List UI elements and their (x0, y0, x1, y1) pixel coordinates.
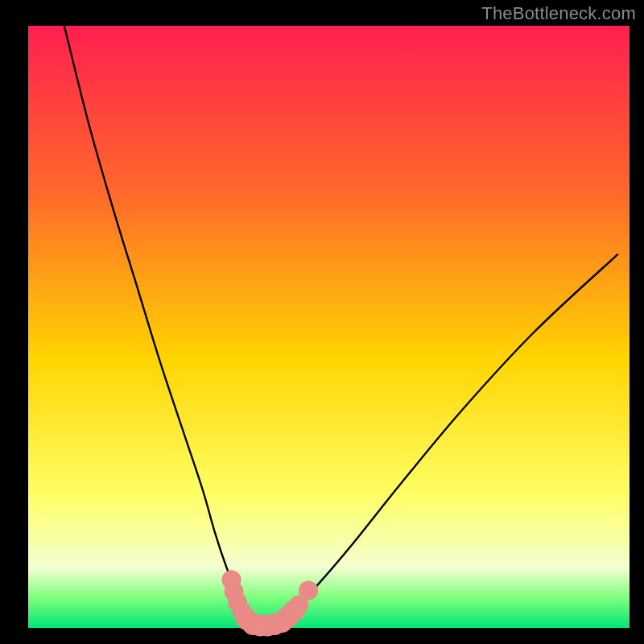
chart-frame: TheBottleneck.com (0, 0, 644, 644)
marker-dot (299, 581, 318, 601)
watermark-text: TheBottleneck.com (481, 3, 636, 24)
bottleneck-chart (0, 0, 644, 644)
